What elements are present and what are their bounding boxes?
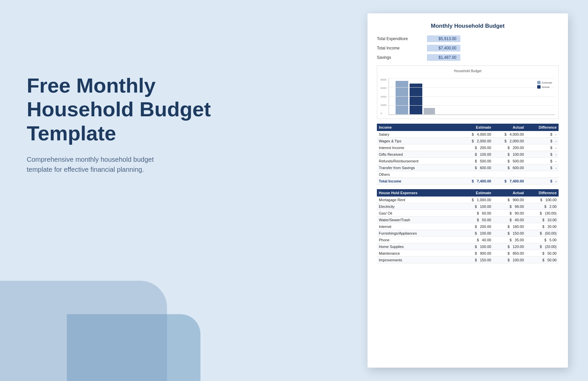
chart-title: Household Budget <box>381 69 555 73</box>
expense-est: $ 100.00 <box>460 243 493 250</box>
income-row: Refunds/Reinbursement $ 500.00 $ 500.00 … <box>377 158 559 164</box>
chart-legend: Estimate Actual <box>537 81 552 90</box>
income-est: $ 2,000.00 <box>460 138 493 144</box>
expenses-header-difference: Difference <box>526 189 559 197</box>
expense-row: Phone $ 40.00 $ 35.00 $ 5.00 <box>377 237 559 243</box>
expense-act: $ 850.00 <box>493 250 526 257</box>
expense-act: $ 120.00 <box>493 243 526 250</box>
expense-est: $ 1,000.00 <box>460 197 493 203</box>
legend-estimate: Estimate <box>537 81 552 84</box>
left-panel: Free Monthly Household Budget Template C… <box>27 74 234 174</box>
income-category: Transfer from Savings <box>377 164 460 171</box>
chart-bars-area: Estimate Actual <box>389 78 555 115</box>
expense-diff: $ (20.00) <box>526 243 559 250</box>
expense-row: Electricity $ 100.00 $ 98.00 $ 2.00 <box>377 203 559 210</box>
income-category: Wages & Tips <box>377 138 460 144</box>
expense-diff: $ 100.00 <box>526 197 559 203</box>
legend-actual-label: Actual <box>542 86 549 89</box>
doc-title: Monthly Household Budget <box>377 23 559 29</box>
income-total-est: $ 7,400.00 <box>460 178 493 184</box>
income-diff: $ - <box>526 158 559 164</box>
income-header-actual: Actual <box>493 124 526 131</box>
expense-diff: $ 10.00 <box>526 217 559 223</box>
expenses-header-actual: Actual <box>493 189 526 197</box>
legend-estimate-label: Estimate <box>542 81 552 84</box>
y-label-6000: 6000 <box>381 87 387 90</box>
expense-est: $ 100.00 <box>460 230 493 237</box>
expense-row: Improvements $ 150.00 $ 100.00 $ 50.00 <box>377 257 559 263</box>
legend-actual-box <box>537 85 541 89</box>
legend-actual: Actual <box>537 85 552 89</box>
expense-category: Gas/ Oil <box>377 210 460 217</box>
income-total-act: $ 7,400.00 <box>493 178 526 184</box>
income-act <box>493 171 526 178</box>
expense-act: $ 90.00 <box>493 210 526 217</box>
expense-act: $ 180.00 <box>493 223 526 230</box>
expenses-table: House Hold Expenses Estimate Actual Diff… <box>377 189 559 263</box>
income-total-diff: $ - <box>526 178 559 184</box>
summary-row-savings: Savings $1,487.00 <box>377 54 559 61</box>
income-row: Salary $ 4,000.00 $ 4,000.00 $ - <box>377 131 559 138</box>
expense-diff: $ 5.00 <box>526 237 559 243</box>
expense-diff: $ 50.00 <box>526 250 559 257</box>
expense-row: Gas/ Oil $ 60.00 $ 90.00 $ (30.00) <box>377 210 559 217</box>
expense-est: $ 50.00 <box>460 217 493 223</box>
income-row: Transfer from Savings $ 600.00 $ 600.00 … <box>377 164 559 171</box>
income-est: $ 500.00 <box>460 158 493 164</box>
bar-group <box>396 81 435 115</box>
summary-section: Total Expenditure $5,913.00 Total Income… <box>377 35 559 61</box>
expense-est: $ 150.00 <box>460 257 493 263</box>
income-act: $ 2,000.00 <box>493 138 526 144</box>
main-title: Free Monthly Household Budget Template <box>27 74 234 145</box>
summary-row-income: Total Income $7,400.00 <box>377 45 559 51</box>
income-row: Interest Income $ 200.00 $ 200.00 $ - <box>377 144 559 151</box>
expense-category: Furnishings/Appliances <box>377 230 460 237</box>
income-diff: $ - <box>526 144 559 151</box>
expense-diff: $ 2.00 <box>526 203 559 210</box>
income-diff <box>526 171 559 178</box>
income-act: $ 500.00 <box>493 158 526 164</box>
income-total-label: Total Income <box>377 178 460 184</box>
expense-category: Mortagage Rent <box>377 197 460 203</box>
expense-act: $ 98.00 <box>493 203 526 210</box>
income-est: $ 600.00 <box>460 164 493 171</box>
income-row: Wages & Tips $ 2,000.00 $ 2,000.00 $ - <box>377 138 559 144</box>
chart-container: Household Budget 0 2000 4000 6000 8000 <box>377 66 559 119</box>
bar-estimate <box>396 81 408 115</box>
expense-category: Improvements <box>377 257 460 263</box>
income-act: $ 600.00 <box>493 164 526 171</box>
expense-act: $ 900.00 <box>493 197 526 203</box>
savings-label: Savings <box>377 55 427 60</box>
bar-savings <box>424 108 435 115</box>
expense-category: Maintenance <box>377 250 460 257</box>
legend-estimate-box <box>537 81 541 84</box>
income-row: Gifts Received $ 100.00 $ 100.00 $ - <box>377 151 559 158</box>
income-diff: $ - <box>526 164 559 171</box>
income-est: $ 4,000.00 <box>460 131 493 138</box>
expense-category: Internet <box>377 223 460 230</box>
bar-actual <box>410 84 422 115</box>
y-label-0: 0 <box>381 112 387 115</box>
income-category: Gifts Received <box>377 151 460 158</box>
chart-y-labels: 0 2000 4000 6000 8000 <box>381 78 387 115</box>
expense-row: Furnishings/Appliances $ 100.00 $ 150.00… <box>377 230 559 237</box>
expense-est: $ 100.00 <box>460 203 493 210</box>
expense-row: Home Supplies $ 100.00 $ 120.00 $ (20.00… <box>377 243 559 250</box>
expense-category: Phone <box>377 237 460 243</box>
expense-category: Home Supplies <box>377 243 460 250</box>
expense-act: $ 100.00 <box>493 257 526 263</box>
expense-category: Water/Sewer/Trash <box>377 217 460 223</box>
income-est <box>460 171 493 178</box>
bg-shape-2 <box>67 314 200 381</box>
income-est: $ 100.00 <box>460 151 493 158</box>
income-header-difference: Difference <box>526 124 559 131</box>
income-row: Others <box>377 171 559 178</box>
income-act: $ 200.00 <box>493 144 526 151</box>
gridline-1 <box>389 78 555 79</box>
income-category: Refunds/Reinbursement <box>377 158 460 164</box>
expenses-header-estimate: Estimate <box>460 189 493 197</box>
expense-est: $ 60.00 <box>460 210 493 217</box>
summary-row-expenditure: Total Expenditure $5,913.00 <box>377 35 559 42</box>
expense-diff: $ (30.00) <box>526 210 559 217</box>
y-label-8000: 8000 <box>381 78 387 81</box>
